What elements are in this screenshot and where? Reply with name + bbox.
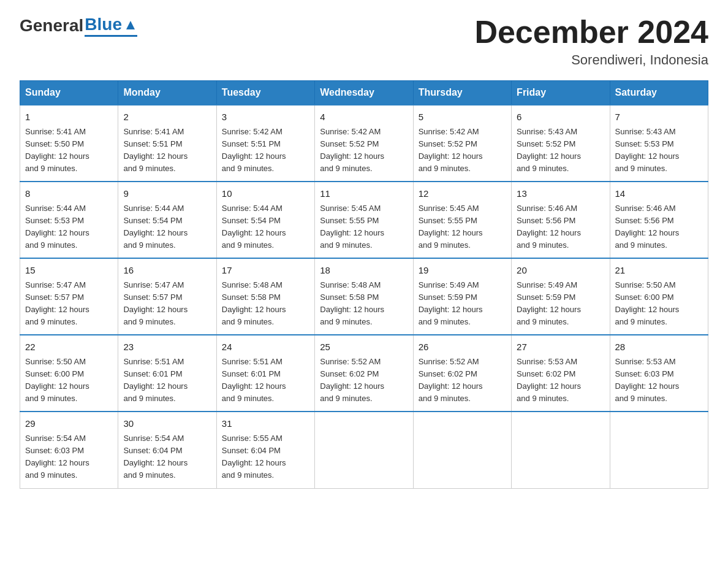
table-row: 14Sunrise: 5:46 AMSunset: 5:56 PMDayligh… <box>610 182 708 258</box>
logo: General Blue <box>20 15 137 37</box>
day-info: Sunrise: 5:41 AMSunset: 5:51 PMDaylight:… <box>123 127 188 173</box>
day-number: 9 <box>123 187 211 201</box>
table-row: 24Sunrise: 5:51 AMSunset: 6:01 PMDayligh… <box>216 335 314 412</box>
table-row: 4Sunrise: 5:42 AMSunset: 5:52 PMDaylight… <box>315 105 413 182</box>
table-row: 31Sunrise: 5:55 AMSunset: 6:04 PMDayligh… <box>216 412 314 488</box>
table-row: 30Sunrise: 5:54 AMSunset: 6:04 PMDayligh… <box>118 412 216 488</box>
col-thursday: Thursday <box>413 81 511 105</box>
logo-general-text: General <box>20 16 83 36</box>
day-info: Sunrise: 5:46 AMSunset: 5:56 PMDaylight:… <box>517 204 581 250</box>
table-row <box>512 412 610 488</box>
day-info: Sunrise: 5:41 AMSunset: 5:50 PMDaylight:… <box>25 127 89 173</box>
table-row: 11Sunrise: 5:45 AMSunset: 5:55 PMDayligh… <box>315 182 413 258</box>
table-row: 8Sunrise: 5:44 AMSunset: 5:53 PMDaylight… <box>20 182 118 258</box>
day-number: 24 <box>222 340 309 354</box>
day-info: Sunrise: 5:54 AMSunset: 6:04 PMDaylight:… <box>123 434 188 480</box>
day-info: Sunrise: 5:45 AMSunset: 5:55 PMDaylight:… <box>320 204 384 250</box>
calendar-week-row: 29Sunrise: 5:54 AMSunset: 6:03 PMDayligh… <box>20 412 708 488</box>
table-row: 3Sunrise: 5:42 AMSunset: 5:51 PMDaylight… <box>216 105 314 182</box>
day-info: Sunrise: 5:44 AMSunset: 5:53 PMDaylight:… <box>25 204 89 250</box>
table-row: 9Sunrise: 5:44 AMSunset: 5:54 PMDaylight… <box>118 182 216 258</box>
table-row: 13Sunrise: 5:46 AMSunset: 5:56 PMDayligh… <box>512 182 610 258</box>
day-number: 6 <box>517 110 604 124</box>
table-row <box>610 412 708 488</box>
day-info: Sunrise: 5:43 AMSunset: 5:52 PMDaylight:… <box>517 127 581 173</box>
table-row: 19Sunrise: 5:49 AMSunset: 5:59 PMDayligh… <box>413 258 511 335</box>
day-info: Sunrise: 5:52 AMSunset: 6:02 PMDaylight:… <box>419 357 483 403</box>
day-number: 31 <box>222 417 309 431</box>
day-info: Sunrise: 5:42 AMSunset: 5:52 PMDaylight:… <box>320 127 384 173</box>
table-row: 21Sunrise: 5:50 AMSunset: 6:00 PMDayligh… <box>610 258 708 335</box>
day-number: 8 <box>25 187 113 201</box>
day-number: 27 <box>517 340 604 354</box>
day-info: Sunrise: 5:48 AMSunset: 5:58 PMDaylight:… <box>320 280 384 326</box>
day-info: Sunrise: 5:42 AMSunset: 5:51 PMDaylight:… <box>222 127 286 173</box>
day-info: Sunrise: 5:55 AMSunset: 6:04 PMDaylight:… <box>222 434 286 480</box>
day-info: Sunrise: 5:48 AMSunset: 5:58 PMDaylight:… <box>222 280 286 326</box>
day-number: 21 <box>615 264 703 278</box>
table-row: 7Sunrise: 5:43 AMSunset: 5:53 PMDaylight… <box>610 105 708 182</box>
day-number: 14 <box>615 187 703 201</box>
day-number: 26 <box>419 340 506 354</box>
month-title: December 2024 <box>474 15 708 50</box>
calendar-week-row: 8Sunrise: 5:44 AMSunset: 5:53 PMDaylight… <box>20 182 708 258</box>
day-number: 15 <box>25 264 113 278</box>
day-info: Sunrise: 5:51 AMSunset: 6:01 PMDaylight:… <box>123 357 188 403</box>
table-row: 29Sunrise: 5:54 AMSunset: 6:03 PMDayligh… <box>20 412 118 488</box>
day-number: 13 <box>517 187 604 201</box>
day-number: 23 <box>123 340 211 354</box>
day-number: 18 <box>320 264 408 278</box>
table-row: 16Sunrise: 5:47 AMSunset: 5:57 PMDayligh… <box>118 258 216 335</box>
day-number: 11 <box>320 187 408 201</box>
day-info: Sunrise: 5:52 AMSunset: 6:02 PMDaylight:… <box>320 357 384 403</box>
day-number: 12 <box>419 187 506 201</box>
day-number: 1 <box>25 110 113 124</box>
day-number: 19 <box>419 264 506 278</box>
day-number: 16 <box>123 264 211 278</box>
page-header: General Blue December 2024 Sorendiweri, … <box>20 15 708 68</box>
day-number: 25 <box>320 340 408 354</box>
calendar-week-row: 15Sunrise: 5:47 AMSunset: 5:57 PMDayligh… <box>20 258 708 335</box>
day-info: Sunrise: 5:54 AMSunset: 6:03 PMDaylight:… <box>25 434 89 480</box>
table-row: 27Sunrise: 5:53 AMSunset: 6:02 PMDayligh… <box>512 335 610 412</box>
calendar-table: Sunday Monday Tuesday Wednesday Thursday… <box>20 80 708 488</box>
day-info: Sunrise: 5:47 AMSunset: 5:57 PMDaylight:… <box>25 280 89 326</box>
day-info: Sunrise: 5:50 AMSunset: 6:00 PMDaylight:… <box>25 357 89 403</box>
table-row: 25Sunrise: 5:52 AMSunset: 6:02 PMDayligh… <box>315 335 413 412</box>
title-block: December 2024 Sorendiweri, Indonesia <box>474 15 708 68</box>
day-number: 22 <box>25 340 113 354</box>
day-number: 10 <box>222 187 309 201</box>
day-info: Sunrise: 5:44 AMSunset: 5:54 PMDaylight:… <box>222 204 286 250</box>
day-info: Sunrise: 5:53 AMSunset: 6:03 PMDaylight:… <box>615 357 680 403</box>
table-row: 22Sunrise: 5:50 AMSunset: 6:00 PMDayligh… <box>20 335 118 412</box>
day-info: Sunrise: 5:53 AMSunset: 6:02 PMDaylight:… <box>517 357 581 403</box>
day-number: 2 <box>123 110 211 124</box>
day-info: Sunrise: 5:50 AMSunset: 6:00 PMDaylight:… <box>615 280 680 326</box>
day-number: 4 <box>320 110 408 124</box>
day-number: 28 <box>615 340 703 354</box>
table-row: 5Sunrise: 5:42 AMSunset: 5:52 PMDaylight… <box>413 105 511 182</box>
day-info: Sunrise: 5:51 AMSunset: 6:01 PMDaylight:… <box>222 357 286 403</box>
table-row: 20Sunrise: 5:49 AMSunset: 5:59 PMDayligh… <box>512 258 610 335</box>
col-sunday: Sunday <box>20 81 118 105</box>
day-info: Sunrise: 5:49 AMSunset: 5:59 PMDaylight:… <box>419 280 483 326</box>
day-info: Sunrise: 5:49 AMSunset: 5:59 PMDaylight:… <box>517 280 581 326</box>
day-info: Sunrise: 5:47 AMSunset: 5:57 PMDaylight:… <box>123 280 188 326</box>
calendar-week-row: 22Sunrise: 5:50 AMSunset: 6:00 PMDayligh… <box>20 335 708 412</box>
table-row: 26Sunrise: 5:52 AMSunset: 6:02 PMDayligh… <box>413 335 511 412</box>
table-row: 10Sunrise: 5:44 AMSunset: 5:54 PMDayligh… <box>216 182 314 258</box>
table-row <box>315 412 413 488</box>
col-saturday: Saturday <box>610 81 708 105</box>
day-number: 17 <box>222 264 309 278</box>
col-friday: Friday <box>512 81 610 105</box>
day-number: 5 <box>419 110 506 124</box>
table-row: 18Sunrise: 5:48 AMSunset: 5:58 PMDayligh… <box>315 258 413 335</box>
day-info: Sunrise: 5:44 AMSunset: 5:54 PMDaylight:… <box>123 204 188 250</box>
calendar-header-row: Sunday Monday Tuesday Wednesday Thursday… <box>20 81 708 105</box>
svg-marker-0 <box>126 21 135 29</box>
logo-triangle-icon <box>124 18 137 32</box>
table-row: 2Sunrise: 5:41 AMSunset: 5:51 PMDaylight… <box>118 105 216 182</box>
col-tuesday: Tuesday <box>216 81 314 105</box>
table-row: 12Sunrise: 5:45 AMSunset: 5:55 PMDayligh… <box>413 182 511 258</box>
col-monday: Monday <box>118 81 216 105</box>
